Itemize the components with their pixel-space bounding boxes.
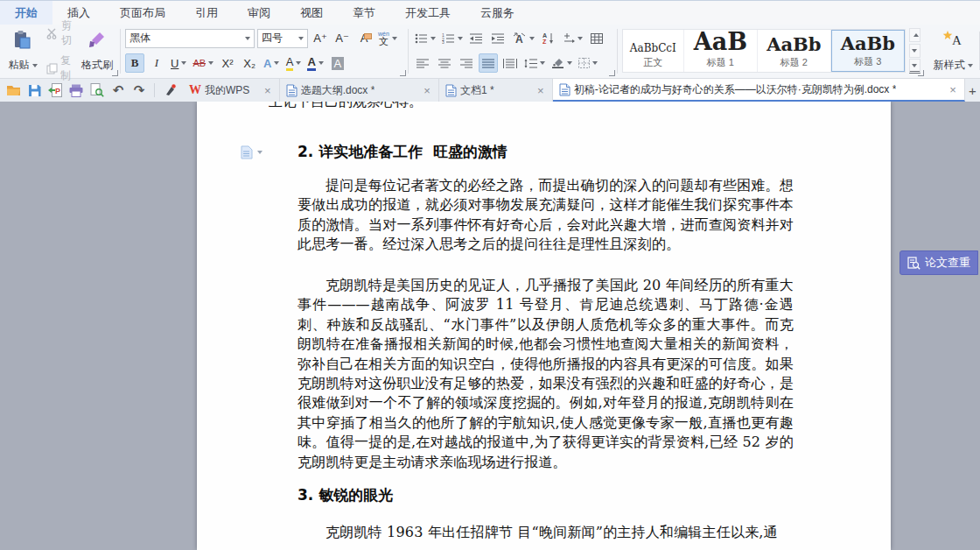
copy-button[interactable]: 复制 [44, 53, 76, 84]
quick-access-toolbar: P ↶ ↷ [0, 79, 183, 102]
svg-text:A: A [542, 32, 547, 39]
tab-draft-doc-label: 初稿-论记者的成功与好奇心的关系——以沃尔特·克朗凯特为例.docx * [574, 82, 897, 97]
paragraph-group: 123 A AZ [409, 25, 617, 78]
increase-indent-button[interactable] [489, 29, 508, 48]
increase-font-button[interactable]: A⁺ [311, 29, 330, 48]
superscript-button[interactable]: X² [218, 53, 237, 73]
align-center-button[interactable] [435, 53, 454, 73]
decrease-indent-icon [470, 33, 483, 44]
italic-button[interactable]: I [147, 53, 166, 73]
text-effects-button[interactable]: A [262, 53, 281, 73]
menu-tab-page-layout[interactable]: 页面布局 [105, 1, 180, 25]
text-direction-icon: A [513, 32, 527, 44]
style-heading-1-label: 标题 1 [707, 56, 734, 69]
paste-button[interactable]: 粘贴 [4, 27, 41, 74]
distribute-button[interactable] [500, 53, 520, 73]
borders-button[interactable] [577, 53, 599, 73]
tab-close-icon[interactable]: × [536, 84, 546, 97]
menu-tab-section[interactable]: 章节 [338, 1, 390, 25]
styles-scroll-down-button[interactable] [909, 44, 920, 58]
tab-document1[interactable]: 文档1 * × [439, 79, 553, 102]
text-direction-button[interactable]: A [511, 29, 536, 48]
subscript-button[interactable]: X₂ [240, 53, 259, 73]
tab-outline-doc-label: 选题大纲.docx * [301, 83, 375, 98]
scroll-down-icon [912, 49, 917, 53]
decrease-indent-button[interactable] [467, 29, 486, 48]
bold-button[interactable]: B [125, 53, 144, 73]
character-shading-button[interactable]: A [328, 53, 347, 73]
undo-button[interactable]: ↶ [110, 82, 126, 98]
underline-button[interactable]: U [169, 53, 188, 73]
paragraph-layout-caret-icon [578, 37, 583, 40]
highlight-color-button[interactable]: A [284, 53, 303, 73]
line-spacing-icon [524, 59, 537, 68]
numbered-list-caret-icon [458, 37, 463, 40]
export-pdf-button[interactable]: P [47, 82, 63, 98]
style-heading-1[interactable]: AaB 标题 1 [684, 30, 758, 72]
format-painter-button[interactable]: 格式刷 [79, 27, 116, 74]
menu-tab-view[interactable]: 视图 [285, 1, 338, 25]
pinyin-guide-button[interactable]: wén 文 [376, 29, 399, 48]
paper-check-button[interactable]: 论文查重 [900, 250, 978, 275]
document-page[interactable]: 上记下自己的观察心得。 2. 详实地准备工作 旺盛的激情 提问是每位记者著文的必… [197, 102, 891, 550]
font-size-select[interactable]: 四号 [257, 29, 308, 48]
redo-button[interactable]: ↷ [131, 82, 147, 98]
tab-my-wps[interactable]: W 我的WPS × [183, 79, 280, 102]
print-button[interactable] [68, 82, 84, 98]
decrease-font-button[interactable]: A⁻ [332, 29, 352, 48]
cut-button[interactable]: 剪切 [44, 18, 76, 49]
paragraph-layout-button[interactable] [561, 29, 584, 48]
menu-tab-references[interactable]: 引用 [180, 1, 233, 25]
tab-close-icon[interactable]: × [422, 84, 432, 97]
bullet-list-button[interactable] [413, 29, 438, 48]
svg-text:P: P [55, 87, 60, 95]
menu-tab-dev-tools[interactable]: 开发工具 [390, 1, 466, 25]
shading-button[interactable] [550, 53, 574, 73]
wps-window: 开始 插入 页面布局 引用 审阅 视图 章节 开发工具 云服务 粘贴 [0, 0, 980, 550]
styles-scroll-up-button[interactable] [909, 28, 920, 42]
new-style-button[interactable]: A 新样式 [930, 27, 976, 74]
paragraph-dialog-launcher-icon[interactable] [609, 70, 615, 76]
styles-group: AaBbCcI 正文 AaB 标题 1 AaBb 标题 2 AaBb 标题 3 [618, 25, 926, 78]
menu-tab-review[interactable]: 审阅 [233, 1, 285, 25]
clipboard-dialog-launcher-icon[interactable] [112, 70, 118, 76]
menu-tab-cloud[interactable]: 云服务 [466, 1, 529, 25]
numbered-list-button[interactable]: 123 [440, 29, 465, 48]
paragraph-1: 提问是每位记者著文的必经之路，而提出确切的深入的问题却有些困难。想要做出成功的报… [298, 176, 794, 255]
paragraph-options-button[interactable] [241, 145, 262, 159]
ink-annotate-button[interactable] [162, 82, 178, 98]
style-heading-3-selected[interactable]: AaBb 标题 3 [831, 30, 905, 72]
italic-icon: I [155, 56, 158, 70]
strikethrough-icon: AB [192, 58, 206, 68]
cut-label: 剪切 [61, 18, 74, 48]
sort-button[interactable]: AZ [539, 29, 558, 48]
font-family-value: 黑体 [130, 31, 150, 46]
tab-close-icon[interactable]: × [262, 84, 273, 97]
save-button[interactable] [26, 82, 42, 98]
subscript-icon: X₂ [243, 57, 256, 70]
font-family-select[interactable]: 黑体 [125, 29, 255, 48]
clear-format-button[interactable]: A [354, 29, 374, 48]
align-left-button[interactable] [413, 53, 432, 73]
insert-table-button[interactable] [587, 29, 606, 48]
underline-caret-icon [181, 61, 186, 65]
justify-button[interactable] [479, 53, 498, 73]
line-spacing-button[interactable] [522, 53, 547, 73]
align-right-button[interactable] [457, 53, 476, 73]
document-workspace: 上记下自己的观察心得。 2. 详实地准备工作 旺盛的激情 提问是每位记者著文的必… [0, 102, 980, 550]
tab-outline-doc[interactable]: 选题大纲.docx * × [280, 79, 439, 102]
strikethrough-button[interactable]: AB [191, 53, 215, 73]
clear-format-icon: A [360, 32, 368, 45]
style-normal[interactable]: AaBbCcI 正文 [623, 30, 684, 72]
font-dialog-launcher-icon[interactable] [400, 70, 406, 76]
tab-close-icon[interactable]: × [948, 83, 958, 96]
print-preview-button[interactable] [89, 82, 105, 98]
tab-draft-doc-active[interactable]: 初稿-论记者的成功与好奇心的关系——以沃尔特·克朗凯特为例.docx * × [553, 79, 965, 102]
document-tab-bar: P ↶ ↷ W 我的WPS × 选题大纲.docx * × 文档1 * × 初稿… [0, 79, 980, 102]
font-color-button[interactable]: A [305, 53, 325, 73]
style-heading-2[interactable]: AaBb 标题 2 [758, 30, 831, 72]
style-normal-sample: AaBbCcI [630, 43, 676, 53]
new-tab-button[interactable]: + [965, 79, 980, 102]
open-file-button[interactable] [5, 82, 21, 98]
styles-dialog-launcher-icon[interactable] [918, 70, 924, 76]
